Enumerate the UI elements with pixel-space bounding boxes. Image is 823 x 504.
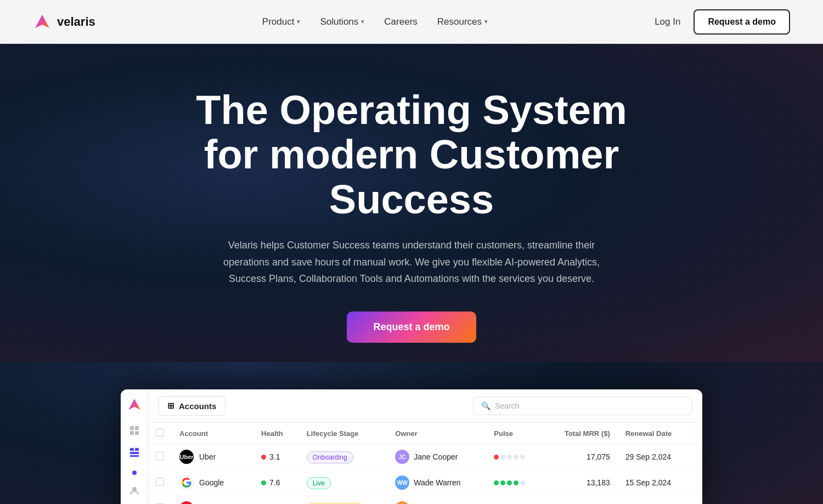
- svg-point-10: [132, 487, 137, 491]
- avatar: JC: [395, 450, 409, 464]
- row-checkbox-cell: [148, 496, 172, 505]
- hero-title: The Operating System for modern Customer…: [165, 88, 658, 222]
- login-button[interactable]: Log In: [655, 16, 680, 27]
- col-header-pulse: Pulse: [486, 423, 543, 444]
- accounts-table: Account Health Lifecycle Stage Owner Pul…: [148, 423, 702, 504]
- row-checkbox[interactable]: [156, 452, 164, 460]
- table-row: Google 7.6 Live WW Wade Warren 13,183 15…: [148, 470, 702, 496]
- col-header-renewal: Renewal Date: [618, 423, 702, 444]
- app-toolbar: ⊞ Accounts 🔍 Search: [148, 389, 702, 423]
- avatar: WW: [395, 475, 409, 490]
- account-cell: Uber Uber: [172, 444, 253, 470]
- svg-rect-3: [135, 426, 139, 430]
- col-header-health: Health: [253, 423, 299, 444]
- health-cell: 7.6: [253, 470, 299, 496]
- renewal-date-cell: 29 Sep 2,024: [618, 444, 702, 470]
- svg-rect-2: [130, 426, 134, 430]
- accounts-tab-label: Accounts: [179, 401, 216, 411]
- app-sidebar: [121, 389, 148, 504]
- owner-name: Wade Warren: [414, 478, 460, 487]
- col-header-mrr: Total MRR ($): [543, 423, 617, 444]
- col-header-lifecycle: Lifecycle Stage: [299, 423, 387, 444]
- health-value: 3.1: [269, 452, 280, 461]
- mrr-cell: 17,075: [543, 444, 617, 470]
- renewal-date-cell: 15 Sep 2,024: [618, 470, 702, 496]
- health-cell: 4.5: [253, 496, 299, 505]
- dashboard-preview-section: ⊞ Accounts 🔍 Search Account Health: [0, 362, 823, 504]
- account-name: Google: [199, 478, 224, 487]
- pulse-cell: [486, 444, 543, 470]
- sidebar-icon-people[interactable]: [128, 485, 140, 497]
- accounts-tab-button[interactable]: ⊞ Accounts: [158, 396, 226, 416]
- request-demo-button-hero[interactable]: Request a demo: [347, 312, 476, 343]
- navbar-actions: Log In Request a demo: [655, 9, 790, 35]
- owner-name: Jane Cooper: [414, 452, 458, 461]
- lifecycle-cell: Onboarding: [299, 444, 387, 470]
- sidebar-icon-accounts[interactable]: [128, 446, 140, 458]
- nav-item-resources[interactable]: Resources ▾: [437, 16, 488, 27]
- renewal-date-cell: 22 Jul 2,024: [618, 496, 702, 505]
- pulse-dots: [494, 480, 535, 485]
- table-row: Uber Uber 3.1 Onboarding JC Jane Cooper …: [148, 444, 702, 470]
- select-all-checkbox[interactable]: [156, 428, 164, 437]
- row-checkbox-cell: [148, 470, 172, 496]
- accounts-tab-icon: ⊞: [167, 401, 174, 411]
- svg-rect-5: [135, 431, 139, 435]
- mrr-cell: 13,183: [543, 470, 617, 496]
- logo[interactable]: velaris: [33, 13, 95, 31]
- search-icon: 🔍: [481, 401, 491, 410]
- col-header-owner: Owner: [387, 423, 486, 444]
- svg-rect-8: [130, 452, 139, 454]
- table-header-checkbox: [148, 423, 172, 444]
- row-checkbox[interactable]: [156, 478, 164, 486]
- navbar: velaris Product ▾ Solutions ▾ Careers Re…: [0, 0, 823, 44]
- account-cell: 🍕 Domino's: [172, 496, 253, 505]
- nav-item-careers[interactable]: Careers: [384, 16, 417, 27]
- chevron-down-icon: ▾: [484, 18, 488, 25]
- mrr-cell: 14,158: [543, 496, 617, 505]
- lifecycle-cell: Live: [299, 470, 387, 496]
- search-placeholder: Search: [495, 401, 519, 410]
- svg-marker-1: [128, 399, 140, 410]
- svg-rect-9: [130, 455, 139, 457]
- chevron-down-icon: ▾: [297, 18, 300, 25]
- table-row: 🍕 Domino's 4.5 Implementation DO David O…: [148, 496, 702, 505]
- svg-rect-7: [135, 448, 139, 451]
- hero-section: The Operating System for modern Customer…: [0, 44, 823, 362]
- nav-links: Product ▾ Solutions ▾ Careers Resources …: [262, 16, 488, 27]
- chevron-down-icon: ▾: [361, 18, 364, 25]
- nav-item-product[interactable]: Product ▾: [262, 16, 301, 27]
- avatar: DO: [395, 501, 409, 504]
- app-main-content: ⊞ Accounts 🔍 Search Account Health: [148, 389, 702, 504]
- lifecycle-badge: Onboarding: [307, 451, 353, 463]
- svg-marker-0: [35, 15, 49, 28]
- lifecycle-badge: Live: [307, 477, 331, 489]
- lifecycle-cell: Implementation: [299, 496, 387, 505]
- owner-cell: JC Jane Cooper: [387, 444, 486, 470]
- hero-subtitle: Velaris helps Customer Success teams und…: [219, 237, 604, 287]
- health-value: 7.6: [269, 478, 280, 487]
- account-name: Uber: [199, 452, 216, 461]
- owner-cell: DO David Oshodi: [387, 496, 486, 505]
- health-cell: 3.1: [253, 444, 299, 470]
- svg-rect-4: [130, 431, 134, 435]
- pulse-cell: [486, 496, 543, 505]
- app-window: ⊞ Accounts 🔍 Search Account Health: [121, 389, 702, 504]
- nav-item-solutions[interactable]: Solutions ▾: [320, 16, 364, 27]
- account-cell: Google: [172, 470, 253, 496]
- sidebar-icon-grid[interactable]: [128, 424, 140, 437]
- pulse-cell: [486, 470, 543, 496]
- sidebar-logo: [127, 397, 142, 412]
- request-demo-button-nav[interactable]: Request a demo: [694, 9, 790, 35]
- col-header-account: Account: [172, 423, 253, 444]
- row-checkbox-cell: [148, 444, 172, 470]
- logo-text: velaris: [57, 15, 95, 29]
- velaris-logo-icon: [33, 13, 52, 31]
- sidebar-active-indicator: [132, 471, 137, 475]
- pulse-dots: [494, 455, 535, 460]
- svg-rect-6: [130, 448, 134, 451]
- search-box[interactable]: 🔍 Search: [473, 397, 692, 415]
- owner-cell: WW Wade Warren: [387, 470, 486, 496]
